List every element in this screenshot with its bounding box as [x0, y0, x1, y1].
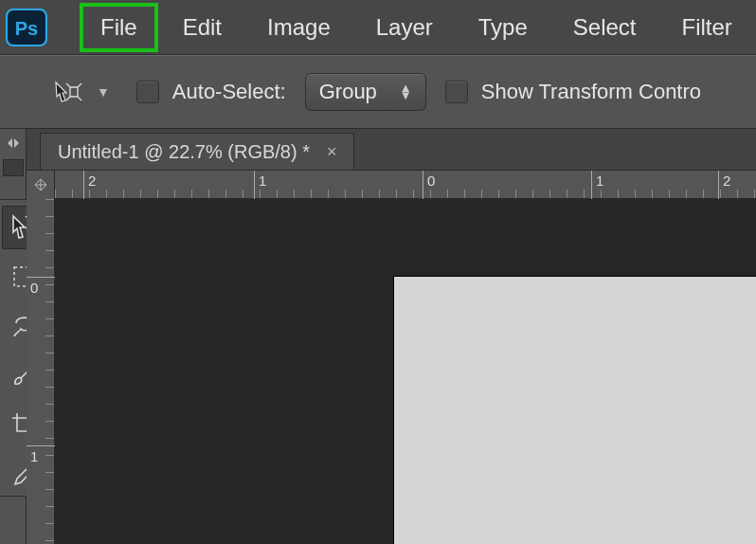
document-tab[interactable]: Untitled-1 @ 22.7% (RGB/8) * × — [40, 133, 354, 170]
ruler-tick-label: 2 — [88, 172, 96, 189]
menu-file[interactable]: File — [80, 3, 158, 52]
app-logo: Ps — [6, 7, 47, 48]
ruler-tick-label: 1 — [596, 172, 603, 189]
menubar: Ps File Edit Image Layer Type Select Fil… — [0, 0, 756, 55]
panel-thumb[interactable] — [3, 159, 24, 176]
menu-edit[interactable]: Edit — [160, 3, 244, 52]
ruler-h-scale: 2 1 0 1 2 — [55, 171, 756, 198]
ruler-tick-label: 0 — [427, 172, 435, 189]
ruler-origin[interactable] — [27, 171, 55, 199]
close-icon[interactable]: × — [327, 142, 337, 162]
show-transform-checkbox[interactable] — [445, 81, 468, 103]
svg-text:Ps: Ps — [15, 18, 38, 39]
chevron-down-icon: ▼ — [97, 84, 110, 100]
menu-type[interactable]: Type — [456, 3, 550, 52]
show-transform-label: Show Transform Contro — [481, 80, 701, 104]
auto-select-label: Auto-Select: — [172, 80, 286, 104]
canvas-column: Untitled-1 @ 22.7% (RGB/8) * × 2 1 0 1 2… — [27, 129, 756, 544]
select-value: Group — [319, 80, 377, 104]
expand-panels-icon[interactable] — [4, 138, 23, 152]
canvas-page[interactable] — [394, 277, 756, 544]
menu-filter[interactable]: Filter — [659, 3, 755, 52]
menu-image[interactable]: Image — [244, 3, 353, 52]
auto-select-target-select[interactable]: Group ▲▼ — [305, 73, 426, 111]
ruler-tick-label: 1 — [259, 172, 266, 189]
ruler-tick-label: 2 — [723, 172, 730, 189]
options-bar: ▼ Auto-Select: Group ▲▼ Show Transform C… — [0, 55, 756, 129]
auto-select-checkbox[interactable] — [136, 81, 159, 103]
canvas-viewport[interactable] — [55, 199, 756, 544]
menu-layer[interactable]: Layer — [353, 3, 456, 52]
menu-select[interactable]: Select — [550, 3, 659, 52]
stepper-icon: ▲▼ — [400, 84, 412, 100]
document-area: Untitled-1 @ 22.7% (RGB/8) * × 2 1 0 1 2… — [0, 129, 756, 544]
tool-preset-picker[interactable]: ▼ — [45, 76, 117, 108]
ruler-vertical[interactable]: 0 1 — [27, 199, 55, 544]
ruler-tick-label: 0 — [30, 280, 38, 296]
panel-gutter — [0, 129, 27, 544]
document-tab-title: Untitled-1 @ 22.7% (RGB/8) * — [58, 141, 310, 163]
ruler-tick-label: 1 — [30, 448, 38, 464]
document-tab-strip: Untitled-1 @ 22.7% (RGB/8) * × — [27, 129, 756, 171]
ruler-horizontal[interactable]: 2 1 0 1 2 — [27, 171, 756, 199]
